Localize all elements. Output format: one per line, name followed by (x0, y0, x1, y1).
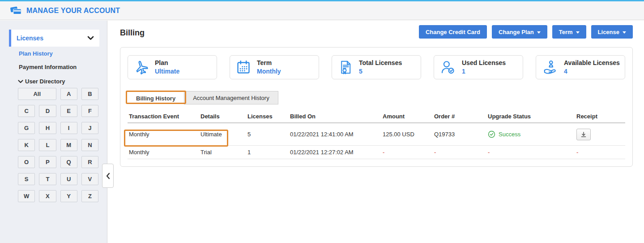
total-licenses-value: 5 (359, 67, 402, 76)
total-licenses-label: Total Licenses (359, 59, 402, 67)
history-tabs: Billing History Account Management Histo… (128, 91, 625, 104)
term-card-value: Monthly (257, 67, 281, 76)
billing-history-table: Transaction Event Details Licenses Bille… (128, 110, 625, 159)
letter-filter-m[interactable]: M (60, 139, 77, 151)
status-label: Success (499, 131, 520, 138)
cell-upgrade-status: - (486, 149, 575, 156)
cell-transaction-event: Monthly (128, 131, 199, 138)
column-order-number: Order # (433, 113, 486, 120)
plane-icon (134, 60, 149, 75)
letter-filter-t[interactable]: T (39, 173, 56, 185)
term-button[interactable]: Term (552, 25, 586, 39)
table-row: Monthly Ultimate 5 01/22/2021 12:41:00 A… (128, 123, 625, 146)
download-receipt-button[interactable] (576, 129, 591, 140)
table-header-row: Transaction Event Details Licenses Bille… (128, 110, 625, 123)
license-button[interactable]: License (591, 25, 633, 39)
change-plan-label: Change Plan (499, 29, 534, 35)
cell-order-number: Q19733 (433, 131, 486, 138)
action-buttons: Change Credit Card Change Plan Term Lice… (419, 25, 633, 39)
chevron-down-icon (87, 36, 94, 40)
cell-transaction-event: Monthly (128, 149, 199, 156)
plan-card-value: Ultimate (155, 67, 179, 76)
cell-receipt: - (575, 149, 625, 156)
letter-filter-x[interactable]: X (39, 190, 56, 202)
term-label: Term (559, 29, 573, 35)
download-icon (580, 131, 587, 138)
sidebar-item-plan-history[interactable]: Plan History (19, 50, 53, 57)
letter-filter-a[interactable]: A (60, 88, 77, 100)
letter-filter-h[interactable]: H (39, 122, 56, 134)
change-plan-button[interactable]: Change Plan (492, 25, 547, 39)
letter-filter-u[interactable]: U (60, 173, 77, 185)
cell-licenses: 5 (246, 131, 289, 138)
letter-filter-e[interactable]: E (60, 105, 77, 117)
letter-filter-c[interactable]: C (18, 105, 35, 117)
letter-filter-j[interactable]: J (81, 122, 98, 134)
sidebar-item-payment-information[interactable]: Payment Information (19, 64, 77, 70)
letter-filter-n[interactable]: N (81, 139, 98, 151)
letter-filter-k[interactable]: K (18, 139, 35, 151)
billing-panel: Plan Ultimate Term Monthly (120, 47, 633, 167)
available-licenses-label: Available Licenses (564, 59, 620, 67)
change-credit-card-button[interactable]: Change Credit Card (419, 25, 487, 39)
hand-user-icon (542, 60, 558, 75)
tab-account-management-history[interactable]: Account Management History (184, 91, 278, 104)
plan-card: Plan Ultimate (128, 55, 217, 79)
calendar-icon (236, 60, 251, 75)
section-select-value: Licenses (17, 35, 87, 42)
cell-licenses: 1 (246, 149, 289, 156)
letter-filter-q[interactable]: Q (60, 156, 77, 168)
change-credit-card-label: Change Credit Card (426, 29, 480, 35)
page-title: Billing (120, 28, 145, 38)
letter-filter-all[interactable]: All (18, 88, 56, 100)
letter-filter-p[interactable]: P (39, 156, 56, 168)
cell-upgrade-status: Success (486, 130, 575, 138)
tab-billing-history[interactable]: Billing History (128, 91, 184, 104)
column-upgrade-status: Upgrade Status (486, 113, 575, 120)
sidebar: Licenses Plan History Payment Informatio… (0, 21, 107, 243)
term-card-label: Term (257, 59, 281, 67)
column-transaction-event: Transaction Event (128, 113, 199, 120)
select-accent-bar (9, 30, 11, 47)
table-row: Monthly Trial 1 01/22/2021 12:27:02 AM -… (128, 146, 625, 159)
cell-order-number: - (433, 149, 486, 156)
success-check-icon (488, 130, 495, 138)
section-select-dropdown[interactable]: Licenses (9, 30, 99, 47)
letter-filter-y[interactable]: Y (60, 190, 77, 202)
letter-filter-z[interactable]: Z (81, 190, 98, 202)
column-amount: Amount (381, 113, 433, 120)
cell-billed-on: 01/22/2021 12:41:00 AM (289, 131, 381, 138)
tab-billing-history-label: Billing History (136, 95, 175, 102)
letter-filter-r[interactable]: R (81, 156, 98, 168)
available-licenses-value: 4 (564, 67, 620, 76)
letter-filter-g[interactable]: G (18, 122, 35, 134)
letter-filter-f[interactable]: F (81, 105, 98, 117)
letter-filter-w[interactable]: W (18, 190, 35, 202)
letter-filter-s[interactable]: S (18, 173, 35, 185)
cell-billed-on: 01/22/2021 12:27:02 AM (289, 149, 381, 156)
letter-filter-i[interactable]: I (60, 122, 77, 134)
available-licenses-card: Available Licenses 4 (536, 55, 625, 79)
sidebar-item-user-directory[interactable]: User Directory (18, 78, 65, 85)
used-licenses-card: Used Licenses 1 (434, 55, 523, 79)
cell-amount: 125.00 USD (381, 131, 433, 138)
cell-amount: - (381, 149, 433, 156)
letter-filter-b[interactable]: B (81, 88, 98, 100)
term-card: Term Monthly (230, 55, 319, 79)
column-billed-on: Billed On (289, 113, 381, 120)
cell-receipt (575, 129, 625, 140)
app-title: MANAGE YOUR ACCOUNT (26, 7, 120, 15)
chevron-left-icon (106, 173, 110, 179)
credit-cards-icon (10, 6, 22, 15)
letter-filter-l[interactable]: L (39, 139, 56, 151)
license-label: License (598, 29, 619, 35)
sidebar-collapse-handle[interactable] (102, 164, 114, 188)
chevron-down-icon (18, 80, 23, 83)
caret-down-icon (576, 31, 580, 34)
app-header: MANAGE YOUR ACCOUNT (0, 1, 644, 20)
letter-filter-grid: All A B C D E F G H I J K L M N O P Q R … (18, 88, 98, 202)
letter-filter-o[interactable]: O (18, 156, 35, 168)
plan-card-label: Plan (155, 59, 179, 67)
letter-filter-d[interactable]: D (39, 105, 56, 117)
letter-filter-v[interactable]: V (81, 173, 98, 185)
